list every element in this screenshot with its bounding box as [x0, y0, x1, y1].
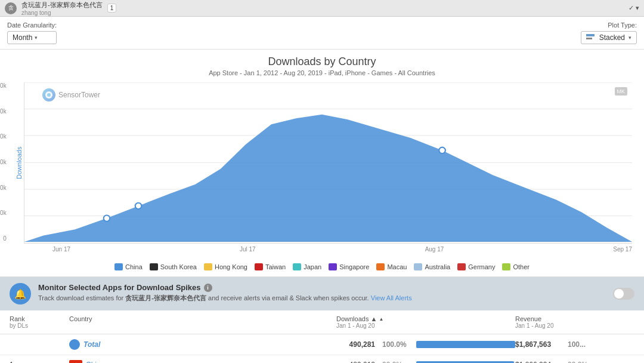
downloads-header: Downloads ▲ Jan 1 - Aug 20 — [336, 315, 515, 329]
revenue-header: Revenue Jan 1 - Aug 20 — [515, 315, 634, 329]
monitor-text: Monitor Selected Apps for Download Spike… — [38, 283, 606, 303]
legend-color-taiwan — [255, 263, 263, 270]
plot-type-dropdown[interactable]: Stacked ▾ — [581, 31, 637, 44]
y-tick-0: 0 — [0, 235, 7, 242]
legend-color-other — [502, 263, 510, 270]
legend-item-australia: Australia — [414, 263, 450, 270]
revenue-cell-china: $1,866,234 99.9% — [515, 361, 634, 364]
sensortower-text: SensorTower — [58, 91, 100, 99]
username: 贪玩蓝月-张家辉奈本色代言 zhang tong — [21, 1, 103, 16]
date-granularity: Date Granularity: Month ▾ — [7, 21, 57, 44]
dl-number-china: 489,912 — [336, 361, 375, 364]
x-tick-jul17: Jul 17 — [240, 246, 256, 253]
y-tick-100k: 100k — [0, 184, 7, 191]
stacked-icon — [586, 34, 596, 41]
dl-pct-total: 100.0% — [382, 340, 409, 349]
corner-badge: MK — [615, 87, 628, 96]
legend-label-south-korea: South Korea — [160, 263, 197, 270]
dl-bar-container-total — [416, 341, 515, 348]
monitor-info-icon[interactable]: i — [204, 284, 212, 292]
legend-label-japan: Japan — [304, 263, 321, 270]
rank-header: Rank by DLs — [10, 315, 69, 329]
rank-cell-china: 1 — [10, 361, 69, 364]
country-cell-china[interactable]: ★ China — [69, 360, 336, 363]
plot-type: Plot Type: Stacked ▾ — [581, 21, 637, 44]
controls-row: Date Granularity: Month ▾ Plot Type: Sta… — [0, 17, 644, 50]
x-tick-jun17: Jun 17 — [52, 246, 70, 253]
badge: 1 — [107, 4, 117, 13]
rev-pct-total: 100... — [568, 340, 586, 349]
sensortower-watermark: SensorTower — [42, 88, 100, 101]
legend-color-china — [114, 263, 123, 270]
chart-area: SensorTower MK — [24, 82, 632, 244]
data-dot — [439, 147, 445, 153]
legend-color-south-korea — [150, 263, 158, 270]
legend-item-china: China — [114, 263, 143, 270]
chart-svg — [24, 82, 632, 243]
legend-item-singapore: Singapore — [329, 263, 369, 270]
chart-legend: China South Korea Hong Kong Taiwan Japan… — [0, 257, 644, 277]
table-header: Rank by DLs Country Downloads ▲ Jan 1 - … — [0, 310, 644, 334]
plot-type-label: Plot Type: — [608, 21, 637, 29]
legend-label-china: China — [125, 263, 143, 270]
legend-item-hong-kong: Hong Kong — [204, 263, 247, 270]
revenue-cell-total: $1,867,563 100... — [515, 340, 634, 349]
table-row-china: 1 ★ China 489,912 99.9% $1,866,234 99.9% — [0, 355, 644, 363]
flag-world-icon — [69, 339, 80, 350]
y-tick-50k: 50k — [0, 210, 7, 216]
legend-item-other: Other — [502, 263, 530, 270]
x-tick-aug17: Aug 17 — [425, 246, 444, 253]
x-axis-ticks: Jun 17 Jul 17 Aug 17 Sep 17 — [12, 244, 632, 257]
legend-color-singapore — [329, 263, 337, 270]
svg-point-1 — [47, 93, 51, 97]
legend-label-other: Other — [513, 263, 530, 270]
legend-item-japan: Japan — [293, 263, 321, 270]
top-bar: 贪 贪玩蓝月-张家辉奈本色代言 zhang tong 1 ✓ ▾ — [0, 0, 644, 17]
y-tick-300k: 300k — [0, 82, 7, 89]
legend-label-hong-kong: Hong Kong — [215, 263, 247, 270]
dl-number-total: 490,281 — [336, 340, 375, 349]
chart-subtitle: App Store - Jan 1, 2012 - Aug 20, 2019 -… — [12, 69, 632, 76]
legend-item-germany: Germany — [457, 263, 495, 270]
rev-number-total: $1,867,563 — [515, 340, 563, 349]
monitor-title: Monitor Selected Apps for Download Spike… — [38, 283, 606, 292]
view-all-alerts-link[interactable]: View All Alerts — [371, 294, 412, 302]
avatar: 贪 — [5, 2, 17, 14]
country-header: Country — [69, 315, 336, 329]
monitor-toggle[interactable] — [613, 288, 634, 300]
dl-bar-total — [416, 341, 515, 348]
dl-bar-container-china — [416, 361, 515, 364]
chart-title: Downloads by Country — [12, 56, 632, 68]
legend-color-germany — [457, 263, 466, 270]
y-tick-150k: 150k — [0, 159, 7, 165]
downloads-cell-total: 490,281 100.0% — [336, 340, 515, 349]
flag-china-icon: ★ — [69, 360, 82, 363]
dl-bar-china — [416, 361, 514, 364]
table-row-total: Total 490,281 100.0% $1,867,563 100... — [0, 334, 644, 355]
month-dropdown[interactable]: Month ▾ — [7, 31, 57, 44]
rev-number-china: $1,866,234 — [515, 361, 563, 364]
date-granularity-label: Date Granularity: — [7, 21, 57, 29]
legend-color-australia — [414, 263, 422, 270]
monitor-bar: 🔔 Monitor Selected Apps for Download Spi… — [0, 277, 644, 310]
data-dot — [104, 215, 110, 221]
legend-item-taiwan: Taiwan — [255, 263, 286, 270]
legend-label-singapore: Singapore — [339, 263, 369, 270]
legend-label-germany: Germany — [468, 263, 495, 270]
legend-color-macau — [376, 263, 385, 270]
legend-item-south-korea: South Korea — [150, 263, 197, 270]
y-tick-200k: 200k — [0, 133, 7, 140]
downloads-cell-china: 489,912 99.9% — [336, 361, 515, 364]
monitor-subtitle: Track download estimates for 贪玩蓝月-张家辉奈本色… — [38, 294, 606, 303]
table-container: Rank by DLs Country Downloads ▲ Jan 1 - … — [0, 310, 644, 363]
legend-label-taiwan: Taiwan — [265, 263, 286, 270]
rev-pct-china: 99.9% — [568, 361, 588, 364]
plot-dropdown-arrow-icon: ▾ — [628, 35, 631, 41]
country-cell-total[interactable]: Total — [69, 339, 336, 350]
y-tick-250k: 250k — [0, 108, 7, 115]
y-axis-label: Downloads — [12, 82, 24, 244]
legend-item-macau: Macau — [376, 263, 407, 270]
x-tick-sep17: Sep 17 — [613, 246, 632, 253]
legend-label-macau: Macau — [387, 263, 407, 270]
chart-container: Downloads by Country App Store - Jan 1, … — [0, 50, 644, 257]
